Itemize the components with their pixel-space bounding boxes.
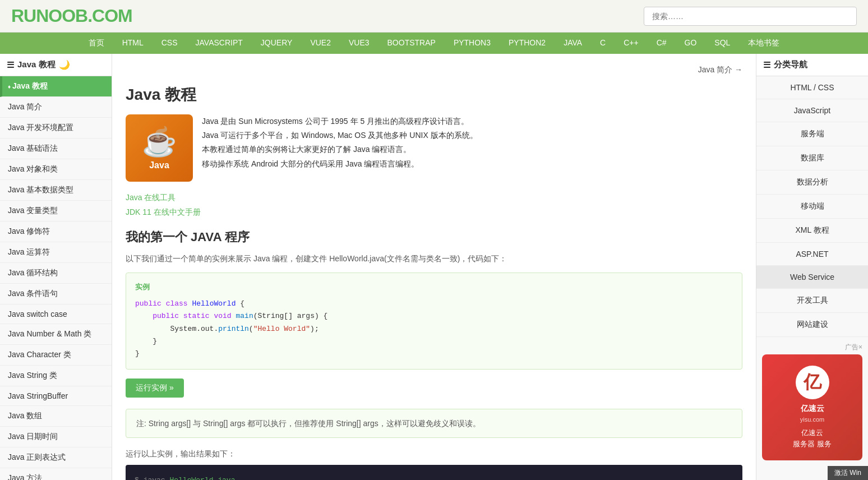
- sidebar-item-19[interactable]: Java 方法: [0, 468, 112, 480]
- sidebar-item-6[interactable]: Java 变量类型: [0, 201, 112, 221]
- sidebar-item-9[interactable]: Java 循环结构: [0, 263, 112, 284]
- right-nav-item-8[interactable]: Web Service: [756, 266, 868, 289]
- section1-desc: 以下我们通过一个简单的实例来展示 Java 编程，创建文件 HelloWorld…: [126, 252, 742, 265]
- breadcrumb-text: Java 简介: [698, 65, 732, 74]
- right-nav: HTML / CSSJavaScript服务端数据库数据分析移动端XML 教程A…: [756, 76, 868, 337]
- sidebar-item-18[interactable]: Java 正则表达式: [0, 447, 112, 468]
- right-nav-item-0[interactable]: HTML / CSS: [756, 76, 868, 99]
- main-nav: 首页HTMLCSSJAVASCRIPTJQUERYVUE2VUE3BOOTSTR…: [0, 33, 868, 54]
- logo-dot: .: [87, 6, 92, 26]
- nav-item-vue3[interactable]: VUE3: [340, 33, 378, 54]
- right-nav-item-1[interactable]: JavaScript: [756, 99, 868, 122]
- breadcrumb-link[interactable]: Java 简介 →: [698, 65, 742, 75]
- sidebar-item-11[interactable]: Java switch case: [0, 304, 112, 324]
- ad-site-text: yisu.com: [773, 416, 851, 423]
- right-nav-item-10[interactable]: 网站建设: [756, 313, 868, 337]
- java-logo-image: ☕ Java: [126, 114, 193, 182]
- nav-item-css[interactable]: CSS: [153, 33, 187, 54]
- java-online-tool-link[interactable]: Java 在线工具: [126, 193, 176, 202]
- main-content: Java 简介 → Java 教程 ☕ Java Java 是由 Sun Mic…: [112, 54, 756, 480]
- nav-item-java[interactable]: JAVA: [555, 33, 591, 54]
- output-block: $ javac HelloWorld.java $ java HelloWorl…: [126, 465, 742, 480]
- header: RUNOOB.COM: [0, 0, 868, 33]
- sidebar-item-5[interactable]: Java 基本数据类型: [0, 180, 112, 201]
- search-input[interactable]: [644, 7, 857, 26]
- right-nav-item-4[interactable]: 数据分析: [756, 170, 868, 195]
- site-logo[interactable]: RUNOOB.COM: [11, 6, 132, 26]
- code-label: 实例: [135, 282, 733, 292]
- right-nav-item-5[interactable]: 移动端: [756, 195, 868, 219]
- list-icon-right: ☰: [763, 60, 770, 70]
- output-file-link[interactable]: HelloWorld.java: [169, 476, 235, 480]
- note-text: 注: String args[] 与 String[] args 都可以执行，但…: [136, 419, 481, 428]
- nav-item-vue2[interactable]: VUE2: [301, 33, 340, 54]
- nav-item-jquery[interactable]: JQUERY: [252, 33, 302, 54]
- java-cup-icon: ☕: [142, 126, 177, 158]
- nav-item-bootstrap[interactable]: BOOTSTRAP: [378, 33, 445, 54]
- nav-item-c-[interactable]: C#: [648, 33, 676, 54]
- logo-com: COM: [92, 6, 132, 26]
- right-nav-item-6[interactable]: XML 教程: [756, 219, 868, 243]
- sidebar-item-14[interactable]: Java String 类: [0, 366, 112, 386]
- moon-icon[interactable]: 🌙: [59, 59, 70, 70]
- intro-line-0: Java 是由 Sun Microsystems 公司于 1995 年 5 月推…: [202, 114, 478, 128]
- sidebar-item-1[interactable]: Java 简介: [0, 97, 112, 118]
- right-sidebar: ☰ 分类导航 HTML / CSSJavaScript服务端数据库数据分析移动端…: [756, 54, 868, 480]
- sidebar-item-8[interactable]: Java 运算符: [0, 242, 112, 263]
- right-nav-item-2[interactable]: 服务端: [756, 122, 868, 146]
- right-sidebar-title: ☰ 分类导航: [756, 54, 868, 76]
- link-row-2: JDK 11 在线中文手册: [126, 207, 742, 218]
- right-nav-item-3[interactable]: 数据库: [756, 146, 868, 170]
- ad-logo-text: 亿速云: [773, 404, 851, 414]
- sidebar-item-10[interactable]: Java 条件语句: [0, 284, 112, 304]
- intro-line-3: 移动操作系统 Android 大部分的代码采用 Java 编程语言编程。: [202, 157, 478, 171]
- intro-section: ☕ Java Java 是由 Sun Microsystems 公司于 1995…: [126, 114, 742, 182]
- sidebar-item-16[interactable]: Java 数组: [0, 406, 112, 427]
- ad-logo-char: 亿: [804, 370, 821, 395]
- nav-item-javascript[interactable]: JAVASCRIPT: [187, 33, 252, 54]
- logo-main: RUNOOB: [11, 6, 87, 26]
- note-block: 注: String args[] 与 String[] args 都可以执行，但…: [126, 409, 742, 438]
- sidebar-item-7[interactable]: Java 修饰符: [0, 221, 112, 242]
- right-nav-item-7[interactable]: ASP.NET: [756, 243, 868, 266]
- breadcrumb-arrow: →: [735, 65, 742, 74]
- run-button[interactable]: 运行实例 »: [126, 379, 184, 398]
- activate-windows-bar: 激活 Win: [828, 466, 868, 480]
- sidebar-item-12[interactable]: Java Number & Math 类: [0, 324, 112, 345]
- sidebar-item-2[interactable]: Java 开发环境配置: [0, 118, 112, 139]
- right-sidebar-title-text: 分类导航: [774, 59, 807, 70]
- intro-text-block: Java 是由 Sun Microsystems 公司于 1995 年 5 月推…: [202, 114, 478, 182]
- nav-item-html[interactable]: HTML: [113, 33, 153, 54]
- link-row-1: Java 在线工具: [126, 193, 742, 203]
- ad-close-btn[interactable]: 广告×: [762, 343, 862, 352]
- output-label: 运行以上实例，输出结果如下：: [126, 449, 742, 459]
- ad-tagline: 亿速云服务器 服务: [773, 427, 851, 449]
- nav-item-python3[interactable]: PYTHON3: [445, 33, 500, 54]
- list-icon: ☰: [7, 60, 14, 70]
- sidebar-item-13[interactable]: Java Character 类: [0, 345, 112, 366]
- ad-banner: 亿 亿速云 yisu.com 亿速云服务器 服务: [762, 354, 862, 460]
- sidebar-item-17[interactable]: Java 日期时间: [0, 427, 112, 447]
- sidebar-item-4[interactable]: Java 对象和类: [0, 159, 112, 180]
- section1-title: 我的第一个 JAVA 程序: [126, 229, 742, 246]
- sidebar-title: ☰ Java 教程 🌙: [0, 54, 112, 76]
- right-nav-item-9[interactable]: 开发工具: [756, 289, 868, 313]
- nav-item-python2[interactable]: PYTHON2: [500, 33, 555, 54]
- sidebar-item-3[interactable]: Java 基础语法: [0, 139, 112, 159]
- nav-item-----[interactable]: 本地书签: [739, 33, 788, 54]
- jdk11-manual-link[interactable]: JDK 11 在线中文手册: [126, 207, 201, 216]
- nav-item-sql[interactable]: SQL: [705, 33, 739, 54]
- content-breadcrumb: Java 简介 →: [126, 65, 742, 75]
- page-title: Java 教程: [126, 84, 742, 105]
- nav-item---[interactable]: 首页: [80, 33, 113, 54]
- ad-section: 广告× 亿 亿速云 yisu.com 亿速云服务器 服务: [756, 337, 868, 466]
- nav-item-go[interactable]: GO: [676, 33, 706, 54]
- intro-line-1: Java 可运行于多个平台，如 Windows, Mac OS 及其他多种 UN…: [202, 128, 478, 142]
- sidebar-item-15[interactable]: Java StringBuffer: [0, 386, 112, 406]
- sidebar-item-0[interactable]: Java 教程: [0, 76, 112, 97]
- nav-item-c[interactable]: C: [591, 33, 615, 54]
- code-content: public class HelloWorld { public static …: [135, 298, 733, 359]
- intro-line-2: 本教程通过简单的实例将让大家更好的了解 Java 编程语言。: [202, 142, 478, 156]
- code-example-block: 实例 public class HelloWorld { public stat…: [126, 273, 742, 369]
- nav-item-c--[interactable]: C++: [615, 33, 647, 54]
